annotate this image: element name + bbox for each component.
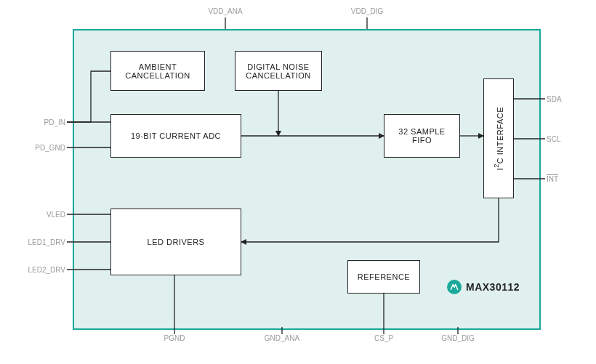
block-diagram: AMBIENT CANCELLATION DIGITAL NOISE CANCE… [0,0,596,364]
pin-cs-p: CS_P [369,334,398,342]
pin-gnd-ana: GND_ANA [260,334,304,342]
pin-led1-drv: LED1_DRV [22,238,65,246]
block-label: LED DRIVERS [148,238,205,246]
part-number-text: MAX30112 [466,281,520,293]
pin-int: INT [547,175,558,183]
pin-vled: VLED [35,211,65,219]
maxim-logo-icon [447,280,462,294]
block-fifo: 32 SAMPLE FIFO [384,114,460,158]
block-label: REFERENCE [358,272,410,281]
block-label: AMBIENT CANCELLATION [114,62,201,80]
pin-led2-drv: LED2_DRV [22,266,65,274]
block-adc: 19-BIT CURRENT ADC [110,114,241,158]
block-label: 19-BIT CURRENT ADC [131,132,221,140]
pin-pd-in: PD_IN [29,118,65,126]
pin-vdd-dig: VDD_DIG [345,7,389,15]
block-label: 32 SAMPLE FIFO [387,127,456,145]
block-led-drivers: LED DRIVERS [110,209,241,275]
block-label: DIGITAL NOISE CANCELLATION [238,62,318,80]
block-digital-noise-cancellation: DIGITAL NOISE CANCELLATION [235,51,322,91]
part-label: MAX30112 [447,280,520,294]
pin-gnd-dig: GND_DIG [436,334,480,342]
pin-pd-gnd: PD_GND [22,144,65,152]
block-ambient-cancellation: AMBIENT CANCELLATION [110,51,205,91]
block-label: I2C INTERFACE [493,107,504,170]
pin-pgnd: PGND [156,334,193,342]
pin-scl: SCL [547,135,560,143]
block-reference: REFERENCE [347,260,420,294]
block-i2c-interface: I2C INTERFACE [483,78,514,198]
pin-sda: SDA [547,95,562,103]
pin-vdd-ana: VDD_ANA [204,7,247,15]
